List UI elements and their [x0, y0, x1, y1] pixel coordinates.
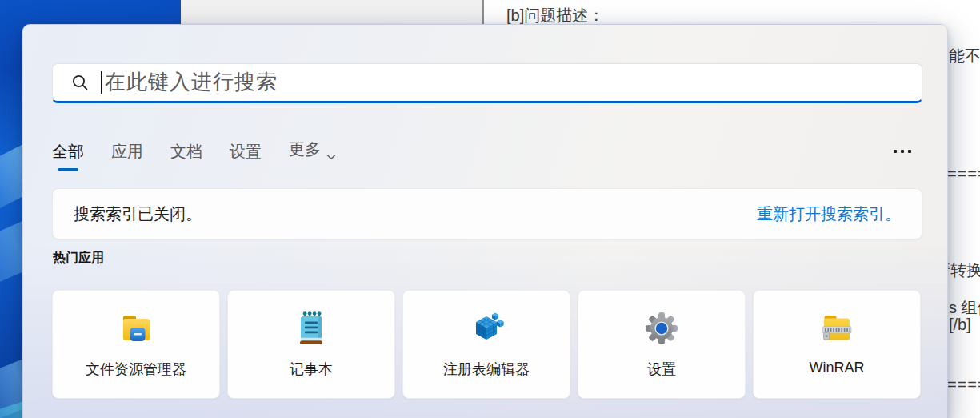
file-explorer-icon	[117, 309, 155, 348]
reopen-indexing-link[interactable]: 重新打开搜索索引。	[757, 203, 901, 225]
ellipsis-dot	[908, 150, 911, 153]
app-tile-settings[interactable]: 设置	[578, 290, 746, 399]
background-text-fragment: ======	[947, 376, 980, 394]
background-text-fragment: [/b]	[949, 316, 971, 334]
popular-apps-grid: 文件资源管理器	[52, 290, 921, 399]
ellipsis-dot	[894, 150, 897, 153]
chevron-down-icon	[326, 146, 336, 164]
background-page-text: [b]问题描述：	[506, 5, 604, 26]
tab-more[interactable]: 更多	[289, 135, 336, 175]
notepad-icon	[292, 309, 330, 348]
search-icon	[70, 73, 90, 92]
tab-documents[interactable]: 文档	[170, 138, 202, 174]
search-flyout-panel: 在此键入进行搜索 全部 应用 文档 设置 更多 搜索索引已关闭。	[22, 24, 948, 418]
search-placeholder: 在此键入进行搜索	[105, 68, 278, 98]
text-caret	[101, 71, 102, 94]
search-filter-tabs: 全部 应用 文档 设置 更多	[52, 135, 922, 175]
screen: [b]问题描述： 能不 ====== 请转换 s 组件 [/b] ====== …	[0, 0, 980, 418]
app-tile-notepad[interactable]: 记事本	[227, 290, 395, 399]
app-tile-label: 文件资源管理器	[86, 360, 186, 379]
ellipsis-dot	[901, 150, 904, 153]
tab-settings[interactable]: 设置	[230, 138, 262, 174]
background-text-fragment: 能不	[949, 46, 980, 67]
tab-more-label: 更多	[289, 139, 321, 160]
app-tile-label: 记事本	[290, 360, 333, 379]
indexing-notice-banner: 搜索索引已关闭。 重新打开搜索索引。	[52, 188, 922, 239]
more-options-button[interactable]	[894, 150, 922, 153]
registry-editor-icon	[467, 309, 506, 348]
tab-apps[interactable]: 应用	[111, 138, 143, 174]
settings-gear-icon	[642, 309, 681, 348]
background-text-fragment: ======	[947, 165, 980, 183]
app-tile-label: 注册表编辑器	[443, 360, 530, 379]
background-page-strip	[181, 0, 482, 24]
indexing-notice-message: 搜索索引已关闭。	[74, 203, 202, 225]
winrar-icon	[818, 309, 856, 348]
app-tile-label: WinRAR	[809, 360, 864, 376]
search-input[interactable]: 在此键入进行搜索	[52, 63, 922, 103]
app-tile-label: 设置	[647, 360, 676, 379]
tab-all[interactable]: 全部	[52, 138, 84, 174]
app-tile-registry-editor[interactable]: 注册表编辑器	[402, 290, 570, 399]
background-page-divider	[482, 0, 484, 24]
app-tile-winrar[interactable]: WinRAR	[753, 290, 921, 399]
popular-apps-heading: 热门应用	[53, 250, 104, 267]
app-tile-file-explorer[interactable]: 文件资源管理器	[52, 290, 220, 399]
